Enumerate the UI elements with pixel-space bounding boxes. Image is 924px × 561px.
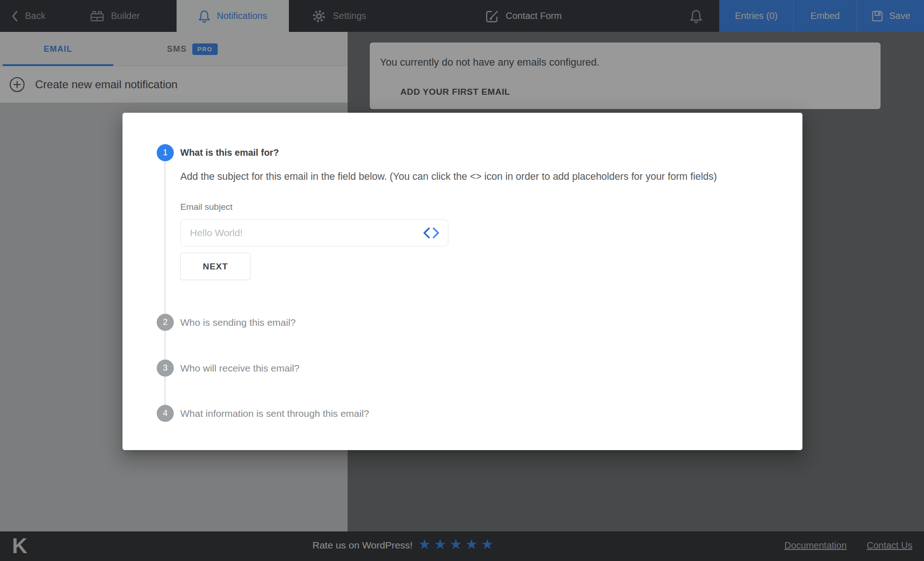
email-wizard-dialog: 1 What is this email for? Add the subjec… (122, 113, 802, 450)
step-2-indicator[interactable]: 2 (157, 314, 174, 331)
next-step-button[interactable]: NEXT (180, 253, 251, 280)
step-3-title[interactable]: Who will receive this email? (180, 363, 300, 374)
step-3-indicator[interactable]: 3 (157, 360, 174, 377)
step-1-description: Add the subject for this email in the fi… (180, 168, 772, 185)
step-2-title[interactable]: Who is sending this email? (180, 317, 296, 328)
step-4-indicator[interactable]: 4 (157, 405, 174, 422)
insert-placeholder-code-icon[interactable] (422, 226, 441, 239)
step-4-title[interactable]: What information is sent through this em… (180, 408, 369, 419)
step-1-indicator: 1 (157, 144, 174, 161)
email-subject-field-wrap (180, 220, 448, 246)
app-screen: Back Builder Notification (0, 0, 924, 561)
step-1-title: What is this email for? (180, 147, 279, 158)
email-subject-label: Email subject (180, 202, 233, 212)
email-subject-input[interactable] (190, 220, 412, 245)
